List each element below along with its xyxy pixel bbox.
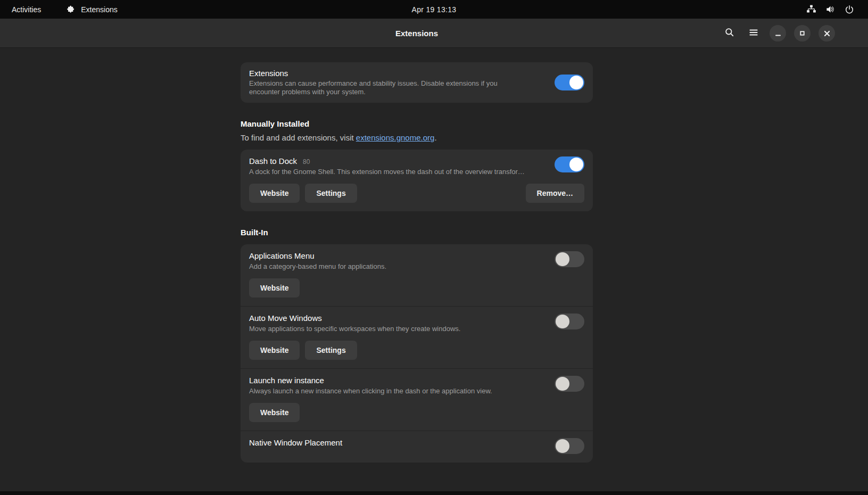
focused-app-indicator[interactable]: Extensions — [67, 5, 117, 14]
extension-toggle[interactable] — [555, 314, 584, 329]
window-title: Extensions — [395, 29, 438, 38]
extension-row: Auto Move Windows Move applications to s… — [241, 306, 593, 368]
extension-description: Move applications to specific workspaces… — [249, 325, 546, 333]
sections: Manually Installed To find and add exten… — [241, 119, 593, 463]
extension-row: Native Window Placement — [241, 431, 593, 463]
global-extensions-toggle[interactable] — [555, 75, 584, 90]
settings-button[interactable]: Settings — [305, 341, 357, 360]
extension-name: Native Window Placement — [249, 438, 342, 447]
website-button[interactable]: Website — [249, 184, 300, 203]
section-heading: Manually Installed — [241, 119, 593, 128]
row-buttons: Website — [249, 278, 584, 298]
website-button[interactable]: Website — [249, 278, 300, 298]
extension-row: Dash to Dock 80 A dock for the Gnome She… — [241, 150, 593, 211]
remove-button[interactable]: Remove… — [526, 184, 584, 203]
extensions-website-link[interactable]: extensions.gnome.org — [356, 133, 435, 142]
search-icon — [724, 27, 735, 39]
extension-description: Always launch a new instance when clicki… — [249, 387, 546, 395]
section-heading: Built-In — [241, 228, 593, 237]
hamburger-menu-icon — [748, 27, 759, 39]
extension-description: A dock for the Gnome Shell. This extensi… — [249, 168, 546, 176]
website-button[interactable]: Website — [249, 341, 300, 360]
search-button[interactable] — [722, 26, 738, 42]
row-buttons: WebsiteSettings — [249, 341, 584, 360]
extension-list: Dash to Dock 80 A dock for the Gnome She… — [241, 150, 593, 211]
global-extensions-card: Extensions Extensions can cause performa… — [241, 62, 593, 103]
extensions-page: Extensions Extensions can cause performa… — [0, 48, 868, 463]
close-button[interactable] — [819, 25, 835, 42]
toggle-knob — [556, 377, 569, 391]
network-wired-icon — [806, 4, 816, 14]
extension-toggle[interactable] — [555, 438, 584, 454]
settings-button[interactable]: Settings — [305, 184, 357, 203]
section-subtext: To find and add extensions, visit extens… — [241, 133, 593, 142]
toggle-knob — [569, 158, 583, 171]
power-icon — [845, 5, 854, 14]
website-button[interactable]: Website — [249, 403, 300, 422]
minimize-icon — [775, 30, 781, 37]
volume-icon — [825, 4, 836, 14]
clock[interactable]: Apr 19 13:13 — [412, 0, 457, 19]
extension-row: Launch new instance Always launch a new … — [241, 368, 593, 431]
maximize-icon — [799, 30, 805, 36]
extension-toggle[interactable] — [555, 251, 584, 267]
extension-name: Auto Move Windows — [249, 314, 322, 323]
extension-description: Add a category-based menu for applicatio… — [249, 262, 546, 270]
row-buttons: Website — [249, 403, 584, 422]
toggle-knob — [569, 76, 583, 89]
maximize-button[interactable] — [794, 25, 811, 42]
extension-row: Applications Menu Add a category-based m… — [241, 244, 593, 306]
toggle-knob — [556, 252, 569, 266]
extension-toggle[interactable] — [555, 376, 584, 392]
system-status-area[interactable] — [806, 4, 868, 14]
subtext-prefix: To find and add extensions, visit — [241, 133, 356, 142]
global-toggle-title: Extensions — [249, 69, 546, 78]
subtext-suffix: . — [434, 133, 436, 142]
toggle-knob — [556, 439, 569, 453]
header-bar: Extensions — [0, 19, 868, 48]
extension-list: Applications Menu Add a category-based m… — [241, 244, 593, 463]
primary-menu-button[interactable] — [746, 26, 762, 42]
focused-app-name: Extensions — [81, 5, 117, 14]
extension-name: Applications Menu — [249, 251, 315, 260]
extension-toggle[interactable] — [555, 156, 584, 172]
minimize-button[interactable] — [770, 25, 786, 42]
extension-section: Built-In Applications Menu Add a categor… — [241, 228, 593, 463]
extension-name: Dash to Dock — [249, 156, 297, 166]
screen-bottom-edge — [0, 491, 868, 495]
puzzle-piece-icon — [67, 5, 76, 14]
close-icon — [824, 30, 830, 37]
extension-name: Launch new instance — [249, 376, 324, 385]
toggle-knob — [556, 315, 569, 328]
top-bar: Activities Extensions Apr 19 13:13 — [0, 0, 868, 19]
global-toggle-description: Extensions can cause performance and sta… — [249, 79, 528, 96]
activities-button[interactable]: Activities — [12, 5, 41, 14]
extension-section: Manually Installed To find and add exten… — [241, 119, 593, 211]
row-buttons: WebsiteSettingsRemove… — [249, 184, 584, 203]
extension-version: 80 — [303, 158, 310, 166]
